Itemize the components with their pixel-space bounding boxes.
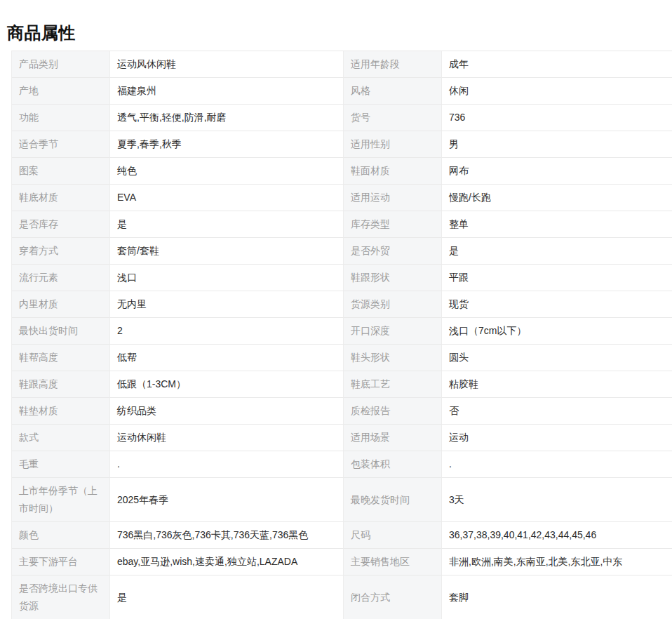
attr-value: 男	[442, 131, 672, 158]
attr-label: 适合季节	[12, 131, 110, 158]
attr-label: 是否外贸	[344, 238, 442, 265]
attr-value: 非洲,欧洲,南美,东南亚,北美,东北亚,中东	[442, 549, 672, 575]
attr-value: 平跟	[442, 265, 672, 291]
attr-value: 无内里	[110, 291, 344, 318]
table-row: 是否跨境出口专供货源 是 闭合方式 套脚	[12, 575, 672, 619]
table-row: 最快出货时间 2 开口深度 浅口（7cm以下）	[12, 318, 672, 345]
attr-label: 适用性别	[344, 131, 442, 158]
attr-value: 成年	[442, 51, 672, 78]
attr-label: 适用运动	[344, 185, 442, 211]
attr-label: 颜色	[12, 522, 110, 549]
table-row: 是否库存 是 库存类型 整单	[12, 211, 672, 238]
attr-label: 主要销售地区	[344, 549, 442, 575]
attr-value: 粘胶鞋	[442, 371, 672, 398]
attr-value: 736	[442, 105, 672, 131]
attr-value: 2	[110, 318, 344, 345]
table-row: 图案 纯色 鞋面材质 网布	[12, 158, 672, 185]
attr-value: 现货	[442, 291, 672, 318]
product-attributes-table: 产品类别 运动风休闲鞋 适用年龄段 成年 产地 福建泉州 风格 休闲 功能 透气…	[11, 51, 672, 619]
attr-value: 慢跑/长跑	[442, 185, 672, 211]
table-row: 流行元素 浅口 鞋跟形状 平跟	[12, 265, 672, 291]
attr-value: 透气,平衡,轻便,防滑,耐磨	[110, 105, 344, 131]
attr-label: 内里材质	[12, 291, 110, 318]
attr-label: 质检报告	[344, 398, 442, 425]
attr-label: 是否库存	[12, 211, 110, 238]
attr-label: 适用年龄段	[344, 51, 442, 78]
attr-value: 夏季,春季,秋季	[110, 131, 344, 158]
table-row: 毛重 . 包装体积 .	[12, 451, 672, 478]
attr-label: 鞋面材质	[344, 158, 442, 185]
attr-label: 图案	[12, 158, 110, 185]
attr-label: 闭合方式	[344, 575, 442, 619]
table-row: 上市年份季节（上市时间） 2025年春季 最晚发货时间 3天	[12, 478, 672, 522]
attr-label: 开口深度	[344, 318, 442, 345]
attr-label: 鞋垫材质	[12, 398, 110, 425]
attr-label: 适用场景	[344, 425, 442, 451]
table-row: 穿着方式 套筒/套鞋 是否外贸 是	[12, 238, 672, 265]
attr-value: 圆头	[442, 345, 672, 371]
attr-label: 尺码	[344, 522, 442, 549]
attr-value: 网布	[442, 158, 672, 185]
attr-label: 鞋帮高度	[12, 345, 110, 371]
table-row: 主要下游平台 ebay,亚马逊,wish,速卖通,独立站,LAZADA 主要销售…	[12, 549, 672, 575]
attr-value: 浅口	[110, 265, 344, 291]
table-row: 内里材质 无内里 货源类别 现货	[12, 291, 672, 318]
table-row: 鞋底材质 EVA 适用运动 慢跑/长跑	[12, 185, 672, 211]
attr-value: 运动	[442, 425, 672, 451]
table-row: 颜色 736黑白,736灰色,736卡其,736天蓝,736黑色 尺码 36,3…	[12, 522, 672, 549]
attr-label: 主要下游平台	[12, 549, 110, 575]
attr-label: 款式	[12, 425, 110, 451]
attr-value: 736黑白,736灰色,736卡其,736天蓝,736黑色	[110, 522, 344, 549]
table-row: 产品类别 运动风休闲鞋 适用年龄段 成年	[12, 51, 672, 78]
attr-value: 3天	[442, 478, 672, 522]
attr-value: 36,37,38,39,40,41,42,43,44,45,46	[442, 522, 672, 549]
attr-label: 风格	[344, 78, 442, 105]
table-row: 鞋帮高度 低帮 鞋头形状 圆头	[12, 345, 672, 371]
attr-value: 休闲	[442, 78, 672, 105]
attr-label: 是否跨境出口专供货源	[12, 575, 110, 619]
table-row: 功能 透气,平衡,轻便,防滑,耐磨 货号 736	[12, 105, 672, 131]
attr-label: 功能	[12, 105, 110, 131]
attr-value: 是	[110, 575, 344, 619]
table-row: 鞋垫材质 纺织品类 质检报告 否	[12, 398, 672, 425]
attr-label: 鞋跟形状	[344, 265, 442, 291]
attr-label: 鞋底材质	[12, 185, 110, 211]
attr-label: 包装体积	[344, 451, 442, 478]
attr-label: 货源类别	[344, 291, 442, 318]
page-title: 商品属性	[7, 21, 76, 45]
attr-value: 福建泉州	[110, 78, 344, 105]
table-row: 适合季节 夏季,春季,秋季 适用性别 男	[12, 131, 672, 158]
attr-label: 产品类别	[12, 51, 110, 78]
attr-value: 浅口（7cm以下）	[442, 318, 672, 345]
attr-value: 是	[442, 238, 672, 265]
attr-value: 运动休闲鞋	[110, 425, 344, 451]
attr-label: 鞋底工艺	[344, 371, 442, 398]
attr-value: 纺织品类	[110, 398, 344, 425]
table-row: 款式 运动休闲鞋 适用场景 运动	[12, 425, 672, 451]
table-row: 鞋跟高度 低跟（1-3CM） 鞋底工艺 粘胶鞋	[12, 371, 672, 398]
attr-label: 产地	[12, 78, 110, 105]
attr-label: 库存类型	[344, 211, 442, 238]
attr-value: EVA	[110, 185, 344, 211]
attr-value: 低跟（1-3CM）	[110, 371, 344, 398]
attr-value: 纯色	[110, 158, 344, 185]
attr-value: 低帮	[110, 345, 344, 371]
attr-label: 鞋头形状	[344, 345, 442, 371]
attr-label: 最晚发货时间	[344, 478, 442, 522]
table-row: 产地 福建泉州 风格 休闲	[12, 78, 672, 105]
attr-label: 流行元素	[12, 265, 110, 291]
attr-label: 上市年份季节（上市时间）	[12, 478, 110, 522]
attr-label: 鞋跟高度	[12, 371, 110, 398]
attr-label: 穿着方式	[12, 238, 110, 265]
attr-value: 是	[110, 211, 344, 238]
attr-value: 否	[442, 398, 672, 425]
attr-value: ebay,亚马逊,wish,速卖通,独立站,LAZADA	[110, 549, 344, 575]
attr-value: .	[110, 451, 344, 478]
attr-value: 套筒/套鞋	[110, 238, 344, 265]
attr-label: 货号	[344, 105, 442, 131]
attr-value: 运动风休闲鞋	[110, 51, 344, 78]
attr-value: 2025年春季	[110, 478, 344, 522]
attr-value: 套脚	[442, 575, 672, 619]
attr-value: 整单	[442, 211, 672, 238]
attr-label: 最快出货时间	[12, 318, 110, 345]
